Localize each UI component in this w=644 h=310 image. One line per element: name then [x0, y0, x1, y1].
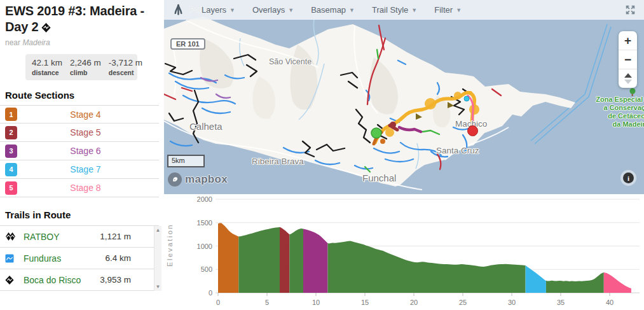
- sidebar: EWS 2019 #3: Madeira - Day 2 near Madeir…: [0, 0, 164, 310]
- svg-text:2000: 2000: [197, 195, 212, 203]
- svg-text:15: 15: [361, 299, 369, 306]
- trail-distance: 6.4 km: [105, 253, 131, 263]
- stage5-link[interactable]: Stage 5: [17, 127, 154, 137]
- stat-distance: 42.1 km distance: [32, 58, 62, 76]
- stage7-link[interactable]: Stage 7: [17, 164, 154, 174]
- tilt-down-icon[interactable]: [624, 80, 632, 84]
- distance-value: 42.1 km: [32, 58, 62, 67]
- poi-dot: [464, 96, 469, 101]
- toolbar-overlays-menu[interactable]: Overlays▼: [252, 5, 294, 15]
- fullscreen-button[interactable]: [625, 4, 636, 15]
- elevation-chart-canvas: 20001500100050000510152025303540Elevatio…: [164, 194, 644, 310]
- map-scale-bar: 5km: [167, 155, 205, 167]
- map-label-ribeira-brava: Ribeira Brava: [252, 157, 304, 166]
- tilt-control[interactable]: [619, 69, 637, 88]
- page-title: EWS 2019 #3: Madeira - Day 2: [0, 0, 164, 36]
- map-label-calheta: Calheta: [189, 121, 223, 132]
- stat-descent: -3,712 m descent: [109, 58, 142, 76]
- black-diamond-icon: [41, 20, 51, 36]
- svg-text:40: 40: [606, 299, 613, 306]
- trail-link-boca-do-risco[interactable]: Boca do Risco: [24, 275, 100, 285]
- stage4-link[interactable]: Stage 4: [17, 109, 154, 120]
- stat-climb: 2,246 m climb: [70, 58, 101, 76]
- zoom-out-button[interactable]: −: [619, 50, 637, 69]
- svg-text:Elevation: Elevation: [166, 223, 174, 267]
- svg-text:0: 0: [209, 289, 212, 297]
- zoom-in-button[interactable]: +: [619, 31, 637, 50]
- trails-heading: Trails in Route: [0, 209, 164, 225]
- page-title-line1: EWS 2019 #3: Madeira -: [5, 4, 144, 18]
- descent-value: -3,712 m: [109, 58, 142, 67]
- toolbar-layers-label: Layers: [202, 5, 226, 15]
- route-section-row-stage5[interactable]: 2 Stage 5: [0, 123, 159, 142]
- trails-list: RATBOY 1,121 m Funduras 6.4 km Boca do R…: [0, 225, 159, 291]
- trail-row-funduras[interactable]: Funduras 6.4 km: [0, 248, 159, 269]
- svg-text:1000: 1000: [197, 243, 212, 250]
- svg-text:25: 25: [459, 299, 467, 306]
- distance-label: distance: [32, 69, 62, 76]
- stage6-link[interactable]: Stage 6: [17, 146, 154, 156]
- route-section-row-stage6[interactable]: 3 Stage 6: [0, 142, 159, 160]
- poi-dot: [380, 139, 385, 144]
- trail-link-funduras[interactable]: Funduras: [24, 253, 105, 264]
- trails-scrollbar[interactable]: ▲ ▼: [154, 226, 161, 291]
- chevron-down-icon: ▼: [456, 7, 462, 13]
- route-start-marker[interactable]: [371, 128, 381, 138]
- tilt-up-icon[interactable]: [624, 73, 632, 78]
- blue-square-icon: [5, 254, 16, 263]
- chevron-down-icon: ▼: [230, 7, 235, 13]
- map[interactable]: Porto Moniz ER 101 São Vicente Calheta R…: [164, 0, 644, 194]
- page-title-line2: Day 2: [5, 20, 38, 34]
- near-location: Madeira: [22, 38, 50, 47]
- svg-text:10: 10: [312, 299, 320, 306]
- climb-label: climb: [70, 69, 101, 76]
- trail-row-ratboy[interactable]: RATBOY 1,121 m: [0, 226, 159, 248]
- trail-link-ratboy[interactable]: RATBOY: [24, 232, 100, 242]
- svg-text:35: 35: [557, 299, 565, 306]
- svg-text:5: 5: [265, 299, 269, 306]
- elevation-chart: 20001500100050000510152025303540Elevatio…: [164, 194, 644, 310]
- scroll-up-icon[interactable]: ▲: [156, 226, 161, 234]
- chevron-down-icon: ▼: [349, 7, 355, 13]
- climb-value: 2,246 m: [70, 58, 101, 67]
- svg-text:500: 500: [201, 265, 212, 273]
- trails-layer-icon[interactable]: [172, 4, 184, 16]
- toolbar-layers-menu[interactable]: Layers▼: [202, 5, 235, 15]
- route-sections-list: 1 Stage 4 2 Stage 5 3 Stage 6 4 Stage 7 …: [0, 105, 159, 197]
- mapbox-mark-icon: [168, 173, 182, 187]
- trail-distance: 1,121 m: [100, 232, 131, 241]
- route-end-marker[interactable]: [467, 125, 478, 136]
- scroll-down-icon[interactable]: ▼: [156, 283, 161, 291]
- route-section-row-stage4[interactable]: 1 Stage 4: [0, 105, 159, 123]
- map-label-santa-cruz: Santa Cruz: [436, 146, 479, 155]
- svg-text:20: 20: [410, 299, 418, 306]
- toolbar-filter-menu[interactable]: Filter▼: [434, 5, 462, 15]
- mapbox-wordmark: mapbox: [185, 173, 228, 186]
- subtitle-near: near Madeira: [0, 36, 164, 47]
- route-section-row-stage7[interactable]: 4 Stage 7: [0, 160, 159, 179]
- toolbar-trail-style-label: Trail Style: [372, 5, 408, 15]
- trail-row-boca-do-risco[interactable]: Boca do Risco 3,953 m: [0, 269, 159, 291]
- near-prefix: near: [5, 38, 20, 47]
- svg-text:0: 0: [216, 299, 220, 306]
- toolbar-basemap-menu[interactable]: Basemap▼: [311, 5, 355, 15]
- info-icon: i: [623, 173, 634, 183]
- map-zoom-control: + −: [619, 31, 637, 88]
- stage4-badge: 1: [5, 108, 17, 121]
- black-diamond-icon: [5, 276, 16, 285]
- expand-icon: [625, 4, 636, 15]
- double-black-diamond-icon: [5, 232, 16, 241]
- map-label-funchal: Funchal: [362, 173, 396, 183]
- zona-line: da Madeira: [596, 120, 644, 129]
- map-info-button[interactable]: i: [620, 170, 636, 186]
- trail-distance: 3,953 m: [100, 275, 131, 285]
- toolbar-basemap-label: Basemap: [311, 5, 346, 15]
- mapbox-logo[interactable]: mapbox: [168, 173, 228, 187]
- map-canvas: [164, 0, 644, 194]
- toolbar-trail-style-menu[interactable]: Trail Style▼: [372, 5, 417, 15]
- route-sections-heading: Route Sections: [0, 90, 164, 105]
- stage8-link[interactable]: Stage 8: [17, 183, 154, 193]
- svg-text:30: 30: [508, 299, 516, 306]
- route-section-row-stage8[interactable]: 5 Stage 8: [0, 179, 159, 197]
- chevron-down-icon: ▼: [411, 7, 417, 13]
